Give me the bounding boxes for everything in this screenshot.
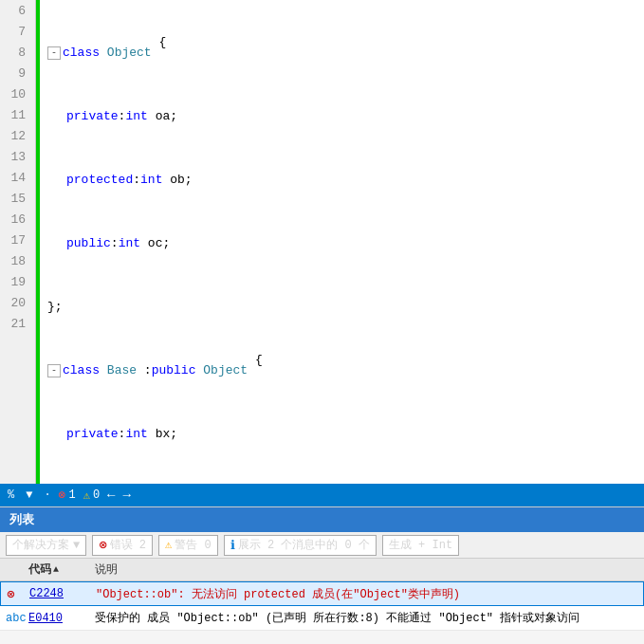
warning-filter-button[interactable]: ⚠ 警告 0 (158, 535, 218, 556)
solution-dropdown[interactable]: 个解决方案 ▼ (6, 535, 86, 556)
warning-count: 0 (93, 488, 100, 502)
line-numbers: 6 7 8 9 10 11 12 13 14 15 16 17 18 19 20… (0, 0, 36, 484)
error-status: ⊗ 1 (59, 488, 76, 503)
editor-area: 6 7 8 9 10 11 12 13 14 15 16 17 18 19 20… (0, 0, 644, 484)
code-line-12: private:int bx; (47, 424, 644, 445)
collapse-6[interactable]: - (47, 46, 61, 60)
error-message-c2248: "Object::ob": 无法访问 protected 成员(在"Object… (96, 586, 637, 602)
error-panel-title: 列表 (9, 511, 34, 528)
zoom-label: % (8, 488, 14, 502)
code-content[interactable]: - class Object { private:int oa; protect… (42, 0, 644, 484)
nav-back-button[interactable]: ← (107, 488, 115, 503)
zoom-dropdown-arrow[interactable]: ▼ (26, 488, 32, 502)
info-filter-icon: ℹ (230, 538, 235, 553)
code-line-7: private:int oa; (47, 106, 644, 127)
code-line-8: protected:int ob; (47, 170, 644, 191)
status-bar: % ▼ · ⊗ 1 ⚠ 0 ← → (0, 484, 644, 506)
code-container: 6 7 8 9 10 11 12 13 14 15 16 17 18 19 20… (0, 0, 644, 484)
change-indicator (36, 0, 42, 484)
code-line-11: - class Base :public Object { (47, 360, 644, 381)
solution-dropdown-arrow: ▼ (73, 539, 80, 552)
error-filter-label: 错误 2 (110, 537, 146, 553)
row-error-icon: ⊗ (7, 586, 29, 602)
info-filter-button[interactable]: ℹ 展示 2 个消息中的 0 个 (224, 535, 377, 556)
error-count: 1 (68, 488, 75, 502)
solution-label: 个解决方案 (12, 537, 69, 553)
code-line-6: - class Object { (47, 43, 644, 64)
nav-fwd-button[interactable]: → (122, 488, 130, 503)
error-icon: ⊗ (59, 488, 66, 503)
table-header: 代码 ▲ 说明 (0, 559, 644, 581)
table-row[interactable]: ⊗ C2248 "Object::ob": 无法访问 protected 成员(… (0, 581, 644, 606)
error-panel: 列表 个解决方案 ▼ ⊗ 错误 2 ⚠ 警告 0 ℹ 展示 2 个消息中的 0 … (0, 506, 644, 644)
warning-icon: ⚠ (83, 488, 90, 503)
error-filter-button[interactable]: ⊗ 错误 2 (92, 535, 153, 556)
header-desc-col: 说明 (95, 561, 638, 578)
warning-filter-icon: ⚠ (165, 538, 172, 552)
code-line-10: }; (47, 297, 644, 318)
error-code-c2248[interactable]: C2248 (29, 587, 96, 600)
warning-filter-label: 警告 0 (175, 537, 211, 553)
collapse-11[interactable]: - (47, 364, 61, 377)
row-info-icon: abc (6, 612, 28, 625)
error-message-e0410: 受保护的 成员 "Object::ob" (已声明 所在行数:8) 不能通过 "… (95, 610, 638, 626)
header-code-col: 代码 ▲ (28, 561, 95, 578)
error-panel-header: 列表 (0, 507, 644, 532)
code-line-9: public:int oc; (47, 233, 644, 254)
warning-status: ⚠ 0 (83, 488, 100, 503)
table-row[interactable]: abc E0410 受保护的 成员 "Object::ob" (已声明 所在行数… (0, 606, 644, 631)
info-filter-label: 展示 2 个消息中的 0 个 (238, 537, 370, 553)
error-filter-icon: ⊗ (99, 537, 106, 553)
error-code-e0410[interactable]: E0410 (28, 612, 95, 625)
sort-arrow[interactable]: ▲ (53, 564, 59, 575)
error-panel-toolbar: 个解决方案 ▼ ⊗ 错误 2 ⚠ 警告 0 ℹ 展示 2 个消息中的 0 个 生… (0, 532, 644, 559)
build-button[interactable]: 生成 + Int (382, 535, 459, 556)
error-table: 代码 ▲ 说明 ⊗ C2248 "Object::ob": 无法访问 prote… (0, 559, 644, 644)
build-label: 生成 + Int (389, 537, 452, 553)
